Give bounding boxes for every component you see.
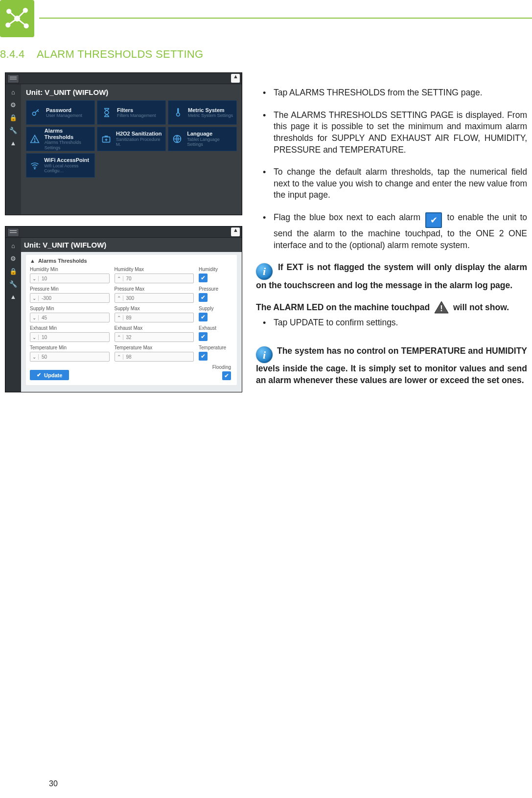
min-input[interactable]: ⌄-300 [30, 293, 110, 303]
settings-tile[interactable]: WiFi AccessPointWifi Local Access Config… [26, 153, 95, 178]
svg-line-8 [17, 19, 26, 26]
sidebar-nav: ⌂ ⚙ 🔒 🔧 ▲ [5, 238, 21, 392]
max-label: Supply Max [115, 306, 194, 311]
warn-icon [29, 133, 41, 145]
settings-tile[interactable]: LanguageTablet Language Settings [168, 127, 237, 151]
warning-triangle-icon: ! [434, 300, 449, 314]
sidebar-nav: ⌂ ⚙ 🔒 🔧 ▲ [5, 84, 21, 214]
chevron-up-icon[interactable]: ⌃ [115, 276, 123, 281]
chevron-down-icon[interactable]: ⌄ [30, 354, 39, 360]
tile-sublabel: Wifi Local Access Configu… [44, 163, 92, 174]
tile-sublabel: Sanitization Procedure M. [116, 137, 162, 147]
max-input[interactable]: ⌃300 [115, 293, 194, 303]
flooding-label: Flooding [212, 365, 231, 370]
chevron-down-icon[interactable]: ⌄ [30, 315, 39, 320]
update-button[interactable]: ✔ Update [30, 370, 69, 380]
page-header [0, 0, 532, 39]
home-icon[interactable]: ⌂ [8, 241, 18, 251]
min-input[interactable]: ⌄45 [30, 313, 110, 322]
chevron-down-icon[interactable]: ⌄ [30, 335, 39, 340]
min-label: Humidity Min [30, 267, 110, 272]
settings-tile[interactable]: Alarms ThresholdsAlarms Thresholds Setti… [26, 127, 95, 151]
settings-tile[interactable]: Metric SystemMetric System Settings [168, 100, 237, 125]
tile-label: WiFi AccessPoint [44, 157, 92, 163]
lock-icon[interactable]: 🔒 [8, 113, 18, 122]
svg-point-11 [35, 141, 36, 142]
warning-icon: ▲ [30, 258, 35, 264]
min-label: Temperature Min [30, 345, 110, 350]
chevron-up-icon[interactable]: ⌃ [115, 335, 123, 340]
instruction-item: Tap ALARMS THRESHOLDS from the SETTING p… [256, 87, 527, 99]
enable-label: Supply [199, 306, 214, 311]
wrench-icon[interactable]: 🔧 [8, 125, 18, 135]
tile-label: H2O2 Sanitization [116, 131, 162, 137]
chevron-up-icon[interactable]: ⌃ [115, 315, 123, 320]
instruction-item: The ALARMS THRESHOLDS SETTING PAGE is di… [256, 110, 527, 156]
menu-icon[interactable] [7, 74, 19, 83]
gear-icon[interactable]: ⚙ [8, 253, 18, 263]
chevron-up-icon[interactable]: ⌃ [115, 354, 123, 360]
key-icon [29, 106, 42, 119]
max-input[interactable]: ⌃70 [115, 274, 194, 283]
enable-checkbox[interactable]: ✔ [199, 332, 208, 341]
enable-checkbox[interactable]: ✔ [199, 274, 208, 282]
wrench-icon[interactable]: 🔧 [8, 279, 18, 289]
threshold-row: Supply Min⌄45Supply Max⌃89Supply✔ [30, 306, 233, 322]
enable-label: Humidity [199, 267, 218, 272]
info-note: i If EXT is not flagged the system will … [256, 262, 527, 291]
chevron-up-icon[interactable]: ⌃ [115, 296, 123, 301]
instruction-item: Tap UPDATE to confirm settings. [256, 317, 527, 329]
enable-label: Temperature [199, 345, 226, 350]
alert-icon[interactable]: ▲ [8, 138, 18, 148]
svg-point-9 [32, 112, 36, 115]
tile-sublabel: Tablet Language Settings [187, 137, 233, 147]
header-rule [39, 18, 532, 19]
network-icon [0, 0, 34, 37]
max-input[interactable]: ⌃89 [115, 313, 194, 322]
medkit-icon [100, 133, 112, 145]
max-input[interactable]: ⌃32 [115, 332, 194, 342]
lock-icon[interactable]: 🔒 [8, 266, 18, 276]
tile-sublabel: Metric System Settings [188, 113, 233, 118]
info-icon: i [256, 263, 273, 280]
settings-screenshot: ⌂ ⚙ 🔒 🔧 ▲ Unit: V_UNIT (WIFLOW) Password… [5, 72, 242, 215]
gear-icon[interactable]: ⚙ [8, 100, 18, 110]
min-input[interactable]: ⌄50 [30, 352, 110, 362]
flooding-checkbox[interactable]: ✔ [222, 371, 231, 380]
min-input[interactable]: ⌄10 [30, 274, 110, 283]
instruction-item: To change the default alarm thresholds, … [256, 166, 527, 201]
unit-title: Unit: V_UNIT (WIFLOW) [21, 238, 242, 252]
section-title: ALARM THRESHOLDS SETTING [37, 48, 204, 60]
min-input[interactable]: ⌄10 [30, 332, 110, 342]
chevron-down-icon[interactable]: ⌄ [30, 296, 39, 301]
tile-label: Metric System [188, 107, 233, 114]
unit-title: Unit: V_UNIT (WIFLOW) [26, 88, 237, 96]
tile-label: Filters [117, 107, 156, 114]
min-label: Exhaust Min [30, 325, 110, 331]
section-number: 8.4.4 [0, 48, 24, 60]
section-heading: 8.4.4 ALARM THRESHOLDS SETTING [0, 48, 532, 61]
menu-icon[interactable] [7, 228, 19, 237]
enable-label: Pressure [199, 286, 218, 292]
max-label: Pressure Max [115, 286, 194, 292]
thermo-icon [171, 106, 184, 119]
max-input[interactable]: ⌃98 [115, 352, 194, 362]
enable-checkbox[interactable]: ✔ [199, 352, 208, 361]
settings-tile[interactable]: PasswordUser Management [26, 100, 95, 125]
instruction-item: Flag the blue box next to each alarm ✔ t… [256, 212, 527, 251]
alarm-led-note: The ALARM LED on the machine touchpad ! … [256, 300, 527, 314]
tile-label: Password [46, 107, 82, 114]
check-icon: ✔ [37, 372, 41, 378]
min-label: Supply Min [30, 306, 110, 311]
thresholds-screenshot: ⌂ ⚙ 🔒 🔧 ▲ Unit: V_UNIT (WIFLOW) ▲ Alarms… [5, 226, 242, 392]
notification-icon[interactable] [231, 74, 240, 83]
home-icon[interactable]: ⌂ [8, 87, 18, 97]
settings-tile[interactable]: H2O2 SanitizationSanitization Procedure … [97, 127, 166, 151]
notification-icon[interactable] [231, 228, 240, 236]
settings-tile[interactable]: FiltersFilters Management [97, 100, 166, 125]
alert-icon[interactable]: ▲ [8, 292, 18, 301]
chevron-down-icon[interactable]: ⌄ [30, 276, 39, 281]
enable-checkbox[interactable]: ✔ [199, 313, 208, 321]
info-note: i The system has no control on TEMPERATU… [256, 345, 527, 387]
enable-checkbox[interactable]: ✔ [199, 293, 208, 302]
